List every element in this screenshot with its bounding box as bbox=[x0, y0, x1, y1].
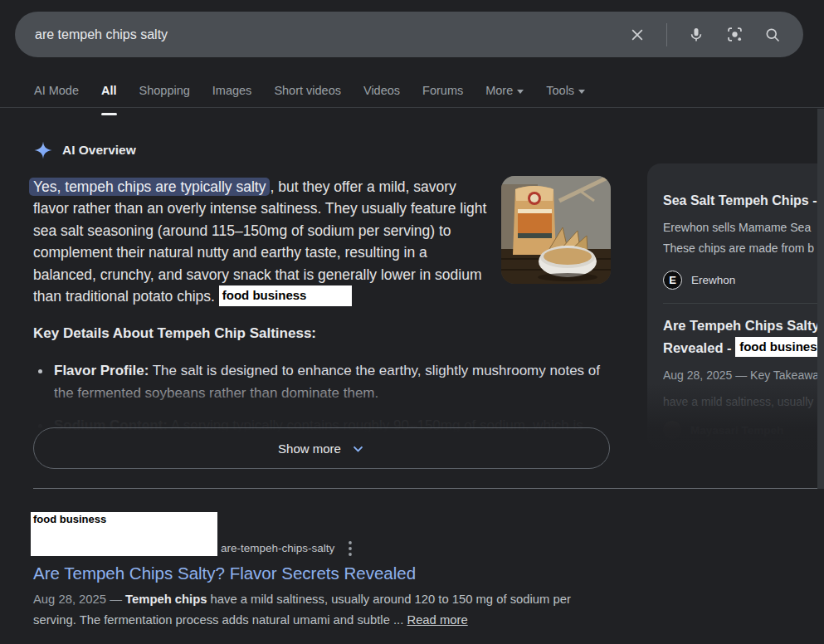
tab-all[interactable]: All bbox=[101, 84, 117, 100]
card-divider bbox=[663, 303, 824, 304]
bullet-term: Flavor Profile: bbox=[54, 363, 149, 378]
result-type-tabs: AI Mode All Shopping Images Short videos… bbox=[34, 84, 585, 100]
chevron-down-icon bbox=[578, 90, 585, 94]
tab-shopping[interactable]: Shopping bbox=[139, 84, 190, 100]
show-more-label: Show more bbox=[278, 442, 341, 456]
source-card-title[interactable]: Sea Salt Tempeh Chips - E bbox=[663, 192, 824, 210]
microphone-icon[interactable] bbox=[687, 26, 705, 44]
tab-forums[interactable]: Forums bbox=[422, 84, 463, 100]
bullet-dot bbox=[38, 424, 42, 428]
section-divider bbox=[33, 488, 824, 489]
redaction-overlay: food business bbox=[735, 337, 824, 357]
clear-icon[interactable] bbox=[628, 26, 646, 44]
tab-videos[interactable]: Videos bbox=[363, 84, 400, 100]
snippet-bold: Tempeh chips bbox=[125, 593, 207, 606]
ai-overview-label: AI Overview bbox=[62, 143, 136, 158]
search-bar-icons bbox=[628, 23, 782, 46]
source-name: Mayasari Tempeh bbox=[690, 424, 783, 437]
ai-overview-thumbnail[interactable] bbox=[501, 176, 611, 284]
breadcrumb: are-tempeh-chips-salty bbox=[221, 542, 334, 554]
tab-tools[interactable]: Tools bbox=[546, 84, 585, 100]
source-name: Erewhon bbox=[691, 274, 735, 286]
tab-images[interactable]: Images bbox=[212, 84, 252, 100]
source-card-rail: Sea Salt Tempeh Chips - E Erewhon sells … bbox=[647, 163, 824, 450]
redaction-overlay: food business bbox=[219, 285, 352, 306]
redaction-overlay: food business bbox=[31, 512, 217, 556]
source-card-snippet-faded: have a mild saltiness, usually bbox=[663, 392, 824, 412]
lens-camera-icon[interactable] bbox=[725, 26, 744, 44]
source-card-description: Erewhon sells Mamame Sea These chips are… bbox=[663, 217, 824, 259]
scrollbar[interactable] bbox=[817, 109, 824, 489]
result-snippet: Aug 28, 2025 — Tempeh chips have a mild … bbox=[33, 589, 593, 630]
tab-ai-mode[interactable]: AI Mode bbox=[34, 84, 79, 100]
source-card-date-snippet: Aug 28, 2025 — Key Takeawa bbox=[663, 365, 824, 386]
result-title-link[interactable]: Are Tempeh Chips Salty? Flavor Secrets R… bbox=[33, 564, 416, 583]
source-attribution[interactable]: E Erewhon bbox=[663, 271, 824, 290]
chevron-down-icon bbox=[351, 442, 365, 456]
highlighted-answer[interactable]: Yes, tempeh chips are typically salty bbox=[29, 178, 270, 196]
bullet-dot bbox=[38, 369, 42, 373]
result-date: Aug 28, 2025 — bbox=[33, 593, 125, 606]
show-more-button[interactable]: Show more bbox=[33, 427, 610, 469]
key-details-heading: Key Details About Tempeh Chip Saltiness: bbox=[33, 325, 316, 342]
search-input[interactable]: are tempeh chips salty bbox=[35, 27, 628, 42]
active-tab-underline bbox=[101, 113, 117, 115]
chevron-down-icon bbox=[517, 90, 524, 94]
source-attribution[interactable]: Mayasari Tempeh bbox=[663, 421, 824, 439]
source-card-title[interactable]: Are Tempeh Chips Salty? Revealed - food … bbox=[663, 315, 824, 359]
erewhon-favicon: E bbox=[663, 271, 682, 290]
tabs-divider bbox=[0, 107, 824, 108]
search-bar-divider bbox=[666, 23, 667, 46]
search-icon[interactable] bbox=[763, 26, 782, 44]
ai-overview-header: AI Overview bbox=[33, 140, 136, 160]
tab-more[interactable]: More bbox=[485, 84, 524, 100]
search-bar[interactable]: are tempeh chips salty bbox=[15, 12, 803, 57]
result-options-icon[interactable] bbox=[342, 539, 358, 558]
ai-overview-text: Yes, tempeh chips are typically salty, b… bbox=[33, 176, 491, 307]
ai-sparkle-icon bbox=[33, 140, 53, 160]
read-more-link[interactable]: Read more bbox=[407, 613, 467, 627]
mayasari-favicon bbox=[663, 421, 681, 439]
tempeh-chips-photo bbox=[501, 176, 611, 284]
bullet-flavor-profile: Flavor Profile: The salt is designed to … bbox=[33, 360, 606, 404]
tab-short-videos[interactable]: Short videos bbox=[274, 84, 341, 100]
